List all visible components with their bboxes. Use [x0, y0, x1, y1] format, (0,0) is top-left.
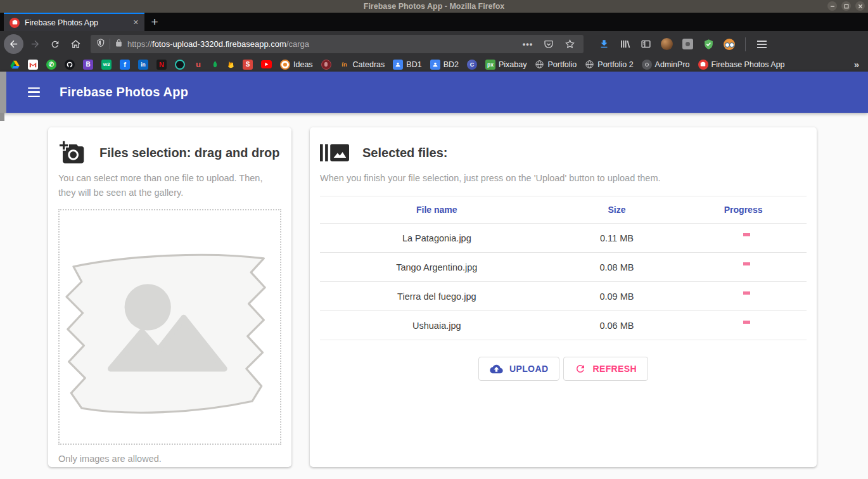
- globe-icon: [585, 60, 594, 69]
- close-window-button[interactable]: [855, 1, 865, 11]
- facebook-icon: f: [120, 60, 130, 70]
- sidebar-toggle-icon[interactable]: [635, 34, 656, 54]
- table-row: Tierra del fuego.jpg 0.09 MB: [320, 282, 807, 311]
- table-row: Tango Argentino.jpg 0.08 MB: [320, 253, 807, 282]
- minimize-button[interactable]: [827, 1, 837, 11]
- bookmark-netflix[interactable]: N: [156, 60, 167, 70]
- bookmark-adminpro[interactable]: AdminPro: [642, 60, 690, 70]
- bookmark-facebook[interactable]: f: [120, 60, 130, 70]
- menu-hamburger-icon[interactable]: [751, 34, 772, 54]
- image-placeholder: [60, 226, 280, 428]
- pocket-icon[interactable]: [540, 36, 557, 53]
- bookmark-star-icon[interactable]: [561, 36, 578, 53]
- bookmark-bootstrap[interactable]: B: [83, 60, 93, 70]
- file-name: La Patagonia.jpg: [320, 233, 554, 243]
- maximize-button[interactable]: [841, 1, 851, 11]
- window-titlebar: Firebase Photos App - Mozilla Firefox: [0, 0, 868, 13]
- file-selection-card: Files selection: drag and drop You can s…: [48, 127, 291, 467]
- monkey-extension-icon[interactable]: [719, 34, 739, 54]
- whatsapp-icon: ✆: [46, 60, 56, 70]
- cloud-upload-icon: [490, 364, 503, 374]
- bookmark-bd2[interactable]: BD2: [430, 60, 459, 70]
- bookmark-firebase[interactable]: [227, 60, 234, 69]
- drag-and-drop-zone[interactable]: [58, 209, 281, 445]
- tab-close-icon[interactable]: ✕: [133, 18, 139, 27]
- file-size: 0.11 MB: [554, 233, 680, 243]
- new-tab-button[interactable]: +: [144, 13, 165, 31]
- tab-firebase-photos-app[interactable]: Firebase Photos App ✕: [4, 13, 144, 31]
- bookmark-teal-circle[interactable]: [175, 60, 185, 70]
- add-a-photo-icon: [58, 140, 86, 165]
- left-scroll-thumb[interactable]: [0, 113, 4, 121]
- bookmark-pixabay[interactable]: px Pixabay: [485, 60, 527, 70]
- account-avatar[interactable]: [656, 34, 677, 54]
- bookmark-github[interactable]: [65, 60, 75, 70]
- bookmark-c-circle[interactable]: C: [467, 60, 477, 70]
- tab-favicon-camera-icon: [10, 18, 20, 28]
- bookmark-mongodb[interactable]: [212, 60, 219, 69]
- page-viewport: Firebase Photos App Files selection: dra…: [0, 72, 868, 479]
- tab-bar: Firebase Photos App ✕ +: [0, 13, 868, 31]
- selected-files-description: When you finish your file selection, jus…: [320, 171, 807, 186]
- back-button[interactable]: [4, 34, 23, 54]
- toolbar-right-icons: [594, 34, 772, 54]
- page-actions-icon[interactable]: •••: [520, 36, 536, 53]
- screenshot-extension-icon[interactable]: [677, 34, 698, 54]
- google-drive-icon: [10, 60, 20, 69]
- bookmark-s-red[interactable]: S: [243, 60, 253, 70]
- home-button[interactable]: [65, 34, 86, 54]
- header-size: Size: [554, 205, 680, 215]
- url-bar[interactable]: https://fotos-upload-3320d.firebaseapp.c…: [91, 35, 584, 53]
- sidenav-hamburger-icon[interactable]: [25, 85, 42, 100]
- bookmark-linkedin[interactable]: in: [138, 60, 148, 70]
- red-camera-icon: [698, 60, 708, 70]
- firebase-icon: [227, 60, 234, 69]
- bookmarks-overflow-chevron[interactable]: »: [854, 59, 859, 70]
- header-file-name: File name: [320, 205, 554, 215]
- netflix-icon: N: [156, 60, 167, 70]
- bookmark-google-drive[interactable]: [10, 60, 20, 69]
- tracking-protection-shield-icon[interactable]: [96, 38, 105, 50]
- bookmark-bd1[interactable]: BD1: [393, 60, 421, 70]
- bookmark-ideas[interactable]: Ideas: [280, 60, 313, 70]
- files-table: File name Size Progress La Patagonia.jpg…: [320, 196, 807, 340]
- file-size: 0.08 MB: [554, 262, 680, 272]
- bookmark-udemy[interactable]: u: [193, 60, 203, 70]
- lock-icon[interactable]: [115, 39, 123, 50]
- s-red-icon: S: [243, 60, 253, 70]
- orange-in-icon: ín: [340, 60, 350, 70]
- window-title: Firebase Photos App - Mozilla Firefox: [364, 2, 504, 11]
- table-row: Ushuaia.jpg 0.06 MB: [320, 311, 807, 340]
- url-path: /carga: [286, 39, 309, 49]
- youtube-icon: [261, 60, 272, 68]
- bookmark-maroon-circle[interactable]: [321, 60, 331, 70]
- bookmark-whatsapp[interactable]: ✆: [46, 60, 56, 70]
- refresh-button[interactable]: REFRESH: [563, 357, 648, 381]
- bookmark-portfolio-2[interactable]: Portfolio 2: [585, 60, 633, 69]
- bookmark-portfolio[interactable]: Portfolio: [535, 60, 577, 69]
- bookmark-w3schools[interactable]: w3: [101, 60, 112, 70]
- dark-lens-icon: [642, 60, 652, 70]
- downloads-icon[interactable]: [594, 34, 614, 54]
- file-name: Tierra del fuego.jpg: [320, 291, 554, 302]
- refresh-icon: [575, 363, 586, 374]
- gmail-icon: [28, 60, 38, 70]
- bookmark-youtube[interactable]: [261, 60, 272, 68]
- file-selection-description: You can select more than one file to upl…: [58, 171, 281, 200]
- library-icon[interactable]: [615, 34, 635, 54]
- bookmark-firebase-photos-app[interactable]: Firebase Photos App: [698, 60, 785, 70]
- bookmark-gmail[interactable]: [28, 60, 38, 70]
- bootstrap-icon: B: [83, 60, 93, 70]
- file-size: 0.09 MB: [554, 291, 680, 302]
- reload-button[interactable]: [45, 34, 65, 54]
- adguard-shield-icon[interactable]: [698, 34, 718, 54]
- classroom-blue-icon: [430, 60, 440, 70]
- upload-button-label: UPLOAD: [509, 364, 549, 374]
- globe-icon: [535, 60, 544, 69]
- bookmark-catedras[interactable]: ín Catedras: [340, 60, 385, 70]
- url-protocol: https://: [127, 39, 152, 49]
- url-text[interactable]: https://fotos-upload-3320d.firebaseapp.c…: [127, 39, 515, 49]
- forward-button[interactable]: [25, 34, 45, 54]
- upload-button[interactable]: UPLOAD: [478, 357, 560, 381]
- urlbar-divider: [110, 39, 110, 49]
